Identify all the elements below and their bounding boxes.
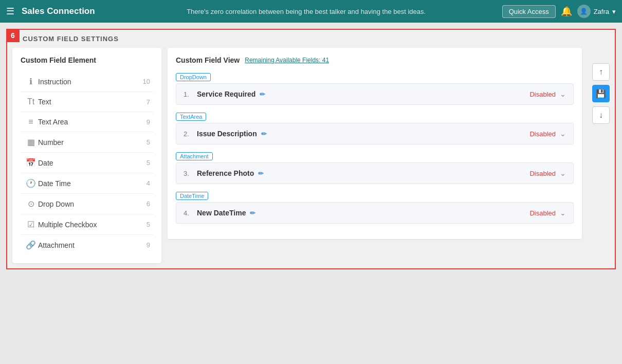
avatar: 👤	[577, 5, 591, 18]
field-view-row: 3. Reference Photo ✏ Disabled ⌄	[176, 162, 574, 184]
field-type-label: Date	[38, 159, 147, 167]
field-type-icon: 🕐	[24, 178, 38, 188]
inner-layout: Custom Field Element ℹ Instruction 10 Tt…	[12, 48, 610, 263]
field-type-badge: DropDown	[176, 73, 211, 81]
field-type-icon: ☑	[24, 220, 38, 229]
field-number: 3.	[184, 170, 193, 177]
field-number: 4.	[184, 209, 193, 217]
field-view-item: Attachment 3. Reference Photo ✏ Disabled…	[176, 152, 574, 184]
field-status: Disabled	[529, 130, 556, 138]
field-element-item[interactable]: ≡ Text Area 9	[21, 112, 153, 132]
field-element-item[interactable]: ☑ Multiple Checkbox 5	[21, 214, 153, 235]
field-view-name: New DateTime ✏	[197, 209, 529, 217]
field-items-list: ℹ Instruction 10 Tt Text 7 ≡ Text Area 9…	[21, 71, 153, 255]
user-name: Zafra	[594, 8, 609, 15]
field-view-item: TextArea 2. Issue Description ✏ Disabled…	[176, 112, 574, 144]
field-type-label: Attachment	[38, 241, 147, 249]
field-type-badge: TextArea	[176, 113, 206, 121]
field-type-count: 5	[147, 221, 150, 228]
move-up-button[interactable]: ↑	[592, 63, 610, 81]
field-type-badge: Attachment	[176, 152, 213, 160]
field-view-row: 2. Issue Description ✏ Disabled ⌄	[176, 123, 574, 144]
edit-icon[interactable]: ✏	[250, 209, 255, 217]
field-view-list: DropDown 1. Service Required ✏ Disabled …	[176, 72, 574, 224]
field-type-count: 5	[147, 159, 150, 167]
bell-icon[interactable]: 🔔	[561, 6, 572, 17]
field-view-item: DropDown 1. Service Required ✏ Disabled …	[176, 72, 574, 105]
chevron-down-icon[interactable]: ⌄	[560, 90, 566, 98]
field-type-label: Text	[38, 98, 147, 106]
field-type-icon: Tt	[24, 97, 38, 106]
save-button[interactable]: 💾	[592, 85, 610, 102]
edit-icon[interactable]: ✏	[261, 130, 267, 138]
field-element-item[interactable]: 🕐 Date Time 4	[21, 173, 153, 194]
field-element-item[interactable]: ▦ Number 5	[21, 132, 153, 153]
field-number: 1.	[184, 90, 193, 98]
field-view-name: Service Required ✏	[197, 90, 529, 98]
field-type-badge: DateTime	[176, 192, 208, 200]
app-title: Sales Connection	[22, 6, 95, 16]
field-type-icon: 📅	[24, 158, 38, 168]
save-icon: 💾	[596, 89, 606, 99]
chevron-down-icon[interactable]: ⌄	[560, 209, 566, 217]
field-view-row: 1. Service Required ✏ Disabled ⌄	[176, 83, 574, 105]
header-right: Quick Access 🔔 👤 Zafra ▾	[502, 5, 616, 18]
field-view-name: Reference Photo ✏	[197, 169, 529, 177]
field-type-icon: 🔗	[24, 240, 38, 250]
menu-icon[interactable]: ☰	[6, 6, 14, 17]
settings-container: 6 CUSTOM FIELD SETTINGS Custom Field Ele…	[6, 29, 616, 269]
field-type-icon: ▦	[24, 137, 38, 147]
quick-access-button[interactable]: Quick Access	[502, 5, 556, 18]
move-down-button[interactable]: ↓	[592, 106, 610, 124]
user-menu[interactable]: 👤 Zafra ▾	[577, 5, 616, 18]
step-badge: 6	[6, 29, 20, 42]
field-type-label: Instruction	[38, 78, 143, 86]
chevron-down-icon[interactable]: ⌄	[560, 169, 566, 177]
app-header: ☰ Sales Connection There's zero correlat…	[0, 0, 622, 23]
remaining-fields-link[interactable]: Remaining Available Fields: 41	[245, 57, 329, 64]
header-quote: There's zero correlation between being t…	[111, 8, 502, 15]
right-panel: Custom Field View Remaining Available Fi…	[168, 48, 582, 239]
field-type-label: Drop Down	[38, 200, 147, 208]
field-view-item: DateTime 4. New DateTime ✏ Disabled ⌄	[176, 191, 574, 224]
chevron-down-icon[interactable]: ⌄	[560, 130, 566, 138]
field-type-count: 4	[147, 179, 150, 187]
field-type-label: Date Time	[38, 179, 147, 188]
field-type-count: 9	[147, 241, 150, 249]
field-element-item[interactable]: ℹ Instruction 10	[21, 71, 153, 92]
up-arrow-icon: ↑	[599, 67, 603, 77]
edit-icon[interactable]: ✏	[260, 90, 265, 98]
field-element-item[interactable]: ⊙ Drop Down 6	[21, 194, 153, 214]
down-arrow-icon: ↓	[599, 111, 603, 120]
field-type-count: 5	[147, 138, 150, 146]
chevron-down-icon: ▾	[612, 8, 616, 15]
edit-icon[interactable]: ✏	[258, 170, 264, 177]
field-element-item[interactable]: 🔗 Attachment 9	[21, 235, 153, 255]
field-type-label: Multiple Checkbox	[38, 221, 147, 229]
field-type-icon: ℹ	[24, 77, 38, 86]
user-icon: 👤	[580, 8, 588, 15]
field-type-icon: ⊙	[24, 199, 38, 209]
field-type-label: Text Area	[38, 118, 147, 126]
field-type-icon: ≡	[24, 117, 38, 126]
field-status: Disabled	[529, 90, 556, 98]
field-element-item[interactable]: 📅 Date 5	[21, 153, 153, 173]
right-panel-title: Custom Field View	[176, 56, 240, 64]
field-view-name: Issue Description ✏	[197, 130, 529, 138]
main-content: 6 CUSTOM FIELD SETTINGS Custom Field Ele…	[0, 23, 622, 276]
field-type-count: 6	[147, 200, 150, 208]
field-view-row: 4. New DateTime ✏ Disabled ⌄	[176, 202, 574, 224]
left-panel-title: Custom Field Element	[21, 56, 153, 64]
field-status: Disabled	[529, 209, 556, 217]
field-number: 2.	[184, 130, 193, 138]
field-status: Disabled	[529, 170, 556, 177]
field-type-count: 10	[143, 78, 150, 85]
left-panel: Custom Field Element ℹ Instruction 10 Tt…	[12, 48, 161, 263]
field-type-label: Number	[38, 138, 147, 147]
right-panel-header: Custom Field View Remaining Available Fi…	[176, 56, 574, 64]
settings-title: CUSTOM FIELD SETTINGS	[23, 35, 610, 43]
field-type-count: 9	[147, 118, 150, 126]
field-type-count: 7	[147, 98, 150, 106]
field-element-item[interactable]: Tt Text 7	[21, 92, 153, 112]
side-buttons: ↑ 💾 ↓	[592, 48, 610, 124]
